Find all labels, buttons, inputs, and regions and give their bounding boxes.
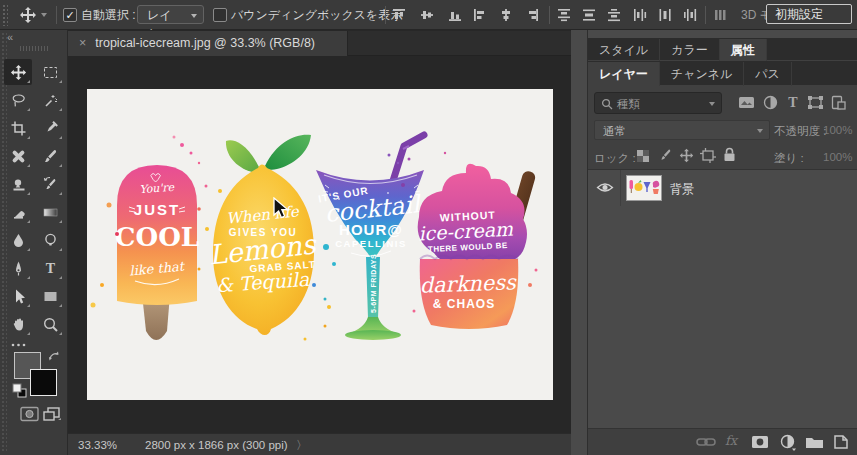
lasso-tool[interactable] [4, 87, 32, 113]
type-tool[interactable]: T [36, 255, 64, 281]
auto-select-label: 自動選択 : [81, 0, 136, 30]
move-tool-icon[interactable] [19, 6, 37, 28]
path-select-tool[interactable] [4, 283, 32, 309]
layer-row-background[interactable]: 背景 [588, 170, 857, 206]
gradient-tool[interactable] [36, 199, 64, 225]
toolbar-grip[interactable] [20, 46, 50, 51]
collapse-panel-icon[interactable]: « [7, 31, 13, 43]
layer-visibility-eye-icon[interactable] [596, 181, 614, 194]
svg-text:COOL: COOL [115, 222, 199, 252]
shape-tool[interactable] [36, 283, 64, 309]
distribute-vertical-center-icon[interactable] [581, 7, 597, 23]
crop-tool[interactable] [4, 115, 32, 141]
hand-tool[interactable] [4, 311, 32, 337]
filter-smart-object-icon[interactable] [831, 95, 846, 114]
swap-colors-icon[interactable] [47, 349, 61, 367]
svg-text:HOUR@: HOUR@ [339, 221, 403, 238]
distribute-bottom-icon[interactable] [606, 7, 622, 23]
svg-text:CAPELLINIS: CAPELLINIS [335, 238, 406, 249]
quick-mask-icon[interactable] [20, 406, 39, 426]
lock-transparent-icon[interactable] [636, 149, 650, 167]
blend-mode-dropdown[interactable]: 通常 [594, 120, 770, 140]
layer-style-fx-icon[interactable]: fx [725, 433, 737, 448]
tab-channels[interactable]: チャンネル [660, 62, 744, 86]
tab-styles[interactable]: スタイル [588, 39, 660, 61]
filter-adjustment-icon[interactable] [763, 95, 778, 114]
healing-brush-tool[interactable] [4, 143, 32, 169]
tool-preset-chevron-icon[interactable] [41, 13, 47, 17]
fill-value[interactable]: 100% [823, 151, 852, 163]
tab-color[interactable]: カラー [660, 39, 720, 61]
search-placeholder: 種類 [617, 97, 640, 112]
panel-grip[interactable] [2, 4, 8, 26]
filter-shape-icon[interactable] [807, 95, 824, 114]
add-mask-icon[interactable] [751, 435, 769, 449]
align-left-icon[interactable] [472, 7, 488, 23]
right-dock: スタイルカラー属性ナビゲーター レイヤーチャンネルパス 種類 T 通常 不透明度… [588, 30, 857, 455]
distribute-horizontal-center-icon[interactable] [657, 7, 673, 23]
tools-panel: « T [0, 30, 68, 455]
brush-tool[interactable] [36, 143, 64, 169]
marquee-tool[interactable] [36, 59, 64, 85]
layer-thumbnail[interactable] [626, 175, 662, 201]
panel-tabs-top: スタイルカラー属性ナビゲーター [588, 38, 857, 60]
icecream-illustration: WITHOUT ice-cream THERE WOULD BE darknes… [401, 152, 538, 329]
artwork: You're JUST COOL like that [87, 89, 553, 400]
magic-wand-tool[interactable] [36, 87, 64, 113]
new-adjustment-layer-icon[interactable] [780, 434, 797, 451]
lock-position-icon[interactable] [679, 148, 694, 167]
canvas[interactable]: You're JUST COOL like that [87, 89, 553, 400]
layer-filter-search[interactable]: 種類 [594, 92, 722, 114]
3d-preset-field[interactable]: 初期設定 [766, 4, 852, 24]
zoom-tool[interactable] [36, 311, 64, 337]
link-layers-icon[interactable] [696, 436, 716, 448]
opacity-value[interactable]: 100% [823, 124, 852, 136]
layers-panel-footer: fx [588, 428, 857, 455]
lock-pixels-icon[interactable] [658, 148, 673, 167]
distribute-left-icon[interactable] [632, 7, 648, 23]
eraser-tool[interactable] [4, 199, 32, 225]
history-brush-tool[interactable] [36, 171, 64, 197]
layer-name[interactable]: 背景 [670, 181, 694, 198]
cocktail-illustration: IT'S OUR cocktail HOUR@ CAPELLINIS 5-6PM… [312, 135, 434, 340]
filter-image-icon[interactable] [738, 95, 755, 114]
auto-select-checkbox[interactable]: ✓ [63, 8, 77, 22]
lemon-illustration: When life GIVES YOU Lemons GRAB SALT & T… [198, 135, 332, 341]
tab-paths[interactable]: パス [744, 62, 792, 86]
tab-properties[interactable]: 属性 [720, 39, 767, 61]
align-top-icon[interactable] [391, 7, 407, 23]
zoom-level[interactable]: 33.33% [78, 434, 117, 455]
move-tool[interactable] [4, 59, 32, 85]
auto-select-dropdown[interactable]: レイヤー [137, 5, 204, 24]
clone-stamp-tool[interactable] [4, 171, 32, 197]
svg-text:T: T [45, 261, 55, 276]
bounding-box-checkbox[interactable] [213, 8, 227, 22]
status-chevron-icon[interactable]: 〉 [296, 434, 308, 455]
align-horizontal-center-icon[interactable] [498, 7, 514, 23]
screen-mode-icon[interactable] [42, 406, 62, 427]
distribute-top-icon[interactable] [556, 7, 572, 23]
lock-artboard-icon[interactable] [700, 148, 716, 167]
lock-all-icon[interactable] [723, 147, 736, 166]
filter-type-icon[interactable]: T [786, 94, 800, 114]
distribute-spacing-icon[interactable] [712, 7, 728, 23]
document-area: ×tropical-icecream.jpg @ 33.3% (RGB/8) [68, 30, 571, 455]
align-bottom-icon[interactable] [447, 7, 463, 23]
background-color-swatch[interactable] [30, 369, 57, 396]
dodge-tool[interactable] [36, 227, 64, 253]
svg-text:5-6PM FRIDAYS: 5-6PM FRIDAYS [370, 254, 377, 313]
new-group-folder-icon[interactable] [805, 435, 824, 449]
align-vertical-center-icon[interactable] [419, 7, 435, 23]
align-right-icon[interactable] [524, 7, 540, 23]
document-tab-bar: ×tropical-icecream.jpg @ 33.3% (RGB/8) [68, 31, 571, 56]
blur-tool[interactable] [4, 227, 32, 253]
eyedropper-tool[interactable] [36, 115, 64, 141]
new-layer-icon[interactable] [833, 434, 849, 450]
tab-layers[interactable]: レイヤー [588, 62, 660, 86]
default-colors-icon[interactable] [12, 383, 27, 402]
document-tab[interactable]: ×tropical-icecream.jpg @ 33.3% (RGB/8) [68, 31, 348, 56]
pen-tool[interactable] [4, 255, 32, 281]
svg-text:& CHAOS: & CHAOS [433, 297, 495, 311]
distribute-right-icon[interactable] [682, 7, 698, 23]
tab-close-icon[interactable]: × [68, 36, 95, 50]
